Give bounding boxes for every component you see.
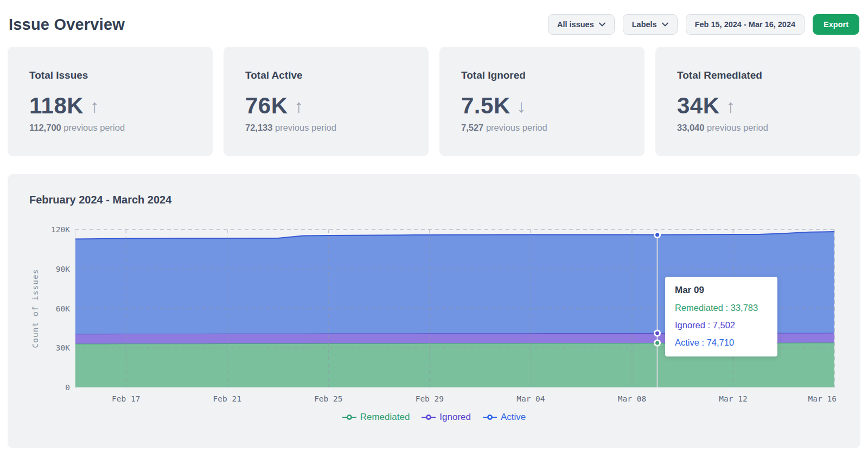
stat-previous: 7,527 previous period	[461, 123, 623, 133]
labels-filter-button[interactable]: Labels	[623, 14, 678, 35]
stat-previous: 112,700 previous period	[29, 123, 191, 133]
hover-marker-ignored	[655, 330, 660, 336]
date-range-label: Feb 15, 2024 - Mar 16, 2024	[695, 20, 795, 29]
chart-wrap: 030K60K90K120KCount of issuesFeb 17Feb 2…	[29, 213, 839, 407]
x-axis-tick-label: Mar 12	[719, 394, 747, 403]
legend-label: Remediated	[360, 412, 410, 423]
dashboard-page: Issue Overview All issues Labels Feb 15,…	[0, 0, 868, 456]
legend-marker-icon	[422, 414, 436, 421]
trend-up-icon: ↑	[295, 97, 304, 115]
page-title: Issue Overview	[9, 16, 125, 34]
stat-value: 34K	[677, 93, 720, 119]
stat-title: Total Remediated	[677, 69, 839, 81]
stat-card-total-remediated: Total Remediated 34K ↑ 33,040 previous p…	[655, 47, 860, 156]
legend-marker-icon	[342, 414, 356, 421]
trend-up-icon: ↑	[726, 97, 736, 115]
hover-marker-active	[655, 232, 660, 238]
y-axis-title: Count of issues	[31, 269, 40, 348]
stat-value: 118K	[29, 93, 84, 119]
y-axis-tick-label: 0	[65, 383, 70, 392]
export-button[interactable]: Export	[813, 14, 859, 35]
stat-title: Total Active	[245, 69, 407, 81]
chart-title: February 2024 - March 2024	[29, 194, 839, 206]
date-range-button[interactable]: Feb 15, 2024 - Mar 16, 2024	[686, 14, 805, 35]
tooltip-row-active: Active : 74,710	[675, 337, 768, 348]
legend-label: Active	[501, 412, 526, 423]
stat-value: 7.5K	[461, 93, 510, 119]
labels-filter-label: Labels	[632, 20, 657, 29]
legend-item-active[interactable]: Active	[483, 412, 526, 423]
export-button-label: Export	[824, 20, 848, 29]
page-header: Issue Overview All issues Labels Feb 15,…	[8, 8, 860, 38]
x-axis-tick-label: Feb 25	[314, 394, 342, 403]
chart-tooltip: Mar 09 Remediated : 33,783Ignored : 7,50…	[665, 277, 777, 356]
all-issues-filter-button[interactable]: All issues	[548, 14, 615, 35]
x-axis-tick-label: Feb 21	[213, 394, 241, 403]
legend-item-remediated[interactable]: Remediated	[342, 412, 410, 423]
legend-marker-icon	[483, 414, 497, 421]
stat-title: Total Ignored	[461, 69, 623, 81]
stat-card-total-ignored: Total Ignored 7.5K ↓ 7,527 previous peri…	[439, 47, 644, 156]
y-axis-tick-label: 120K	[51, 225, 70, 234]
y-axis-tick-label: 90K	[56, 265, 70, 273]
chart-card: February 2024 - March 2024 030K60K90K120…	[8, 174, 860, 448]
stats-row: Total Issues 118K ↑ 112,700 previous per…	[8, 47, 860, 156]
stat-card-total-issues: Total Issues 118K ↑ 112,700 previous per…	[8, 47, 213, 156]
stat-previous: 33,040 previous period	[677, 123, 839, 133]
chevron-down-icon	[599, 22, 605, 27]
trend-down-icon: ↓	[517, 97, 526, 115]
toolbar: All issues Labels Feb 15, 2024 - Mar 16,…	[548, 14, 859, 35]
legend-label: Ignored	[439, 412, 471, 423]
chevron-down-icon	[662, 22, 668, 27]
tooltip-date: Mar 09	[675, 285, 768, 296]
y-axis-tick-label: 30K	[56, 343, 70, 352]
x-axis-tick-label: Mar 04	[516, 394, 545, 403]
tooltip-row-ignored: Ignored : 7,502	[675, 320, 768, 330]
stat-title: Total Issues	[29, 69, 191, 81]
hover-marker-remediated	[655, 340, 660, 346]
x-axis-tick-label: Mar 08	[618, 394, 646, 403]
y-axis-tick-label: 60K	[56, 304, 70, 313]
stat-previous: 72,133 previous period	[245, 123, 407, 133]
legend-item-ignored[interactable]: Ignored	[422, 412, 471, 423]
x-axis-tick-label: Feb 17	[112, 394, 140, 403]
chart-legend: RemediatedIgnoredActive	[29, 412, 839, 423]
tooltip-row-remediated: Remediated : 33,783	[675, 303, 768, 313]
x-axis-tick-label: Feb 29	[416, 394, 444, 403]
stat-card-total-active: Total Active 76K ↑ 72,133 previous perio…	[224, 47, 429, 156]
stat-value: 76K	[245, 93, 288, 119]
trend-up-icon: ↑	[90, 97, 99, 115]
all-issues-filter-label: All issues	[557, 20, 594, 29]
x-axis-tick-label: Mar 16	[808, 394, 837, 403]
